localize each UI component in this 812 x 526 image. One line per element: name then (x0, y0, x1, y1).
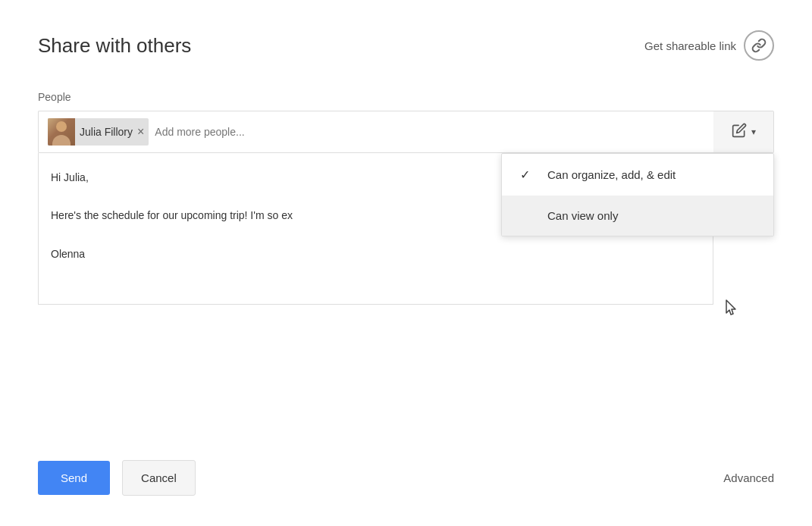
dialog-footer: Send Cancel Advanced (38, 460, 774, 496)
pencil-icon (732, 123, 747, 142)
share-dialog: Share with others Get shareable link Peo… (0, 0, 812, 526)
add-people-input[interactable] (155, 126, 704, 138)
chevron-down-icon: ▾ (751, 127, 756, 137)
people-row: Julia Fillory × ▾ ✓ Can organize, add, &… (38, 111, 774, 153)
shareable-link-button[interactable]: Get shareable link (644, 30, 774, 61)
avatar (48, 118, 75, 146)
permission-option-edit[interactable]: ✓ Can organize, add, & edit (502, 154, 773, 196)
person-chip: Julia Fillory × (48, 118, 149, 146)
dialog-header: Share with others Get shareable link (38, 30, 774, 61)
send-button[interactable]: Send (38, 461, 110, 495)
permission-edit-label: Can organize, add, & edit (547, 168, 676, 181)
link-icon (744, 30, 774, 61)
permission-option-view[interactable]: Can view only (502, 196, 773, 236)
avatar-image (48, 118, 75, 146)
chip-name: Julia Fillory (80, 126, 133, 138)
shareable-link-label: Get shareable link (644, 39, 736, 52)
advanced-link[interactable]: Advanced (723, 471, 774, 484)
people-input-box[interactable]: Julia Fillory × (38, 111, 713, 153)
cursor-indicator (723, 299, 740, 327)
cancel-button[interactable]: Cancel (122, 460, 196, 496)
check-icon: ✓ (520, 168, 535, 182)
dialog-title: Share with others (38, 34, 191, 58)
permission-view-label: Can view only (547, 209, 618, 222)
people-label: People (38, 91, 774, 103)
edit-permission-button[interactable]: ▾ (713, 111, 774, 153)
chip-remove-button[interactable]: × (137, 126, 144, 138)
message-line-3: Olenna (51, 245, 701, 264)
permission-dropdown: ✓ Can organize, add, & edit Can view onl… (501, 153, 774, 236)
